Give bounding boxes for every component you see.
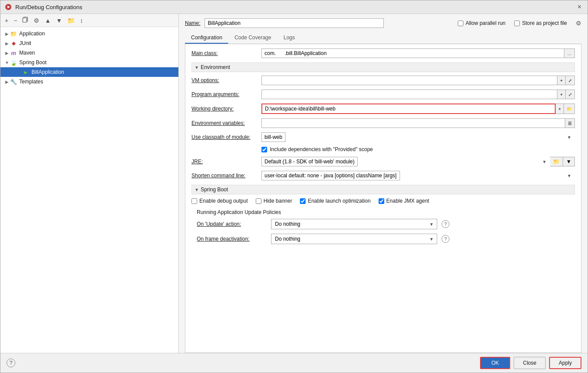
program-args-input[interactable] xyxy=(261,90,557,99)
enable-jmx-checkbox[interactable] xyxy=(379,198,384,204)
working-dir-browse-button[interactable]: 📁 xyxy=(564,104,575,114)
jre-browse-button[interactable]: 📁 xyxy=(550,157,563,166)
folder-button[interactable]: 📁 xyxy=(66,16,77,25)
name-row: Name: Allow parallel run Store as projec… xyxy=(185,18,581,28)
settings-button[interactable]: ⚙ xyxy=(32,16,41,25)
junit-icon: ◆ xyxy=(10,40,17,47)
tree-label-templates: Templates xyxy=(19,79,43,85)
title-bar-left: Run/Debug Configurations xyxy=(5,3,82,10)
ok-button[interactable]: OK xyxy=(480,357,510,369)
allow-parallel-label[interactable]: Allow parallel run xyxy=(458,20,505,26)
store-project-text: Store as project file xyxy=(522,20,567,26)
enable-launch-check[interactable]: Enable launch optimization xyxy=(300,198,370,204)
close-window-button[interactable]: × xyxy=(576,3,583,11)
jre-select-wrapper: Default (1.8 - SDK of 'bill-web' module) xyxy=(261,157,550,166)
environment-arrow: ▼ xyxy=(195,65,199,70)
update-action-help-icon[interactable]: ? xyxy=(442,220,449,228)
update-action-select[interactable]: Do nothing xyxy=(271,219,437,229)
update-action-select-wrapper: Do nothing xyxy=(271,219,437,229)
allow-parallel-text: Allow parallel run xyxy=(466,20,505,26)
apply-button[interactable]: Apply xyxy=(549,357,581,369)
shorten-cmd-select[interactable]: user-local default: none - java [options… xyxy=(261,171,400,180)
frame-deactivation-help-icon[interactable]: ? xyxy=(442,235,449,243)
tab-logs[interactable]: Logs xyxy=(277,32,301,44)
classpath-select-wrapper: bill-web xyxy=(261,132,575,142)
classpath-select[interactable]: bill-web xyxy=(261,132,285,142)
name-label: Name: xyxy=(185,20,200,26)
vm-options-expand-button[interactable]: + xyxy=(557,76,566,85)
tab-configuration[interactable]: Configuration xyxy=(185,32,228,44)
tree-item-junit[interactable]: ▶ ◆ JUnit xyxy=(0,38,178,48)
working-dir-input-group: + 📁 xyxy=(261,104,575,114)
enable-launch-checkbox[interactable] xyxy=(300,198,306,204)
program-args-expand-button[interactable]: + xyxy=(557,90,566,99)
env-vars-input[interactable] xyxy=(261,118,565,128)
vm-options-fullscreen-button[interactable]: ⤢ xyxy=(566,76,575,85)
name-checkboxes: Allow parallel run Store as project file… xyxy=(458,20,581,27)
sort-button[interactable]: ↕ xyxy=(78,16,85,25)
right-panel: Name: Allow parallel run Store as projec… xyxy=(179,14,588,353)
tree-item-templates[interactable]: ▶ 🔧 Templates xyxy=(0,77,178,86)
include-deps-row: Include dependencies with "Provided" sco… xyxy=(261,146,575,152)
tree-item-maven[interactable]: ▶ m Maven xyxy=(0,48,178,58)
add-config-button[interactable]: + xyxy=(3,16,10,25)
store-project-label[interactable]: Store as project file xyxy=(514,20,567,26)
remove-config-button[interactable]: − xyxy=(12,16,19,25)
enable-jmx-label: Enable JMX agent xyxy=(386,198,429,204)
hide-banner-checkbox[interactable] xyxy=(256,198,261,204)
maven-icon: m xyxy=(10,49,17,56)
store-project-checkbox[interactable] xyxy=(514,21,520,26)
main-class-browse-button[interactable]: ... xyxy=(564,48,575,58)
close-button[interactable]: Close xyxy=(514,357,546,369)
arrow-templates: ▶ xyxy=(4,79,10,84)
jre-label: JRE: xyxy=(191,159,261,165)
working-dir-input[interactable] xyxy=(261,104,556,114)
env-vars-expand-button[interactable]: ☰ xyxy=(565,118,575,128)
tree-label-junit: JUnit xyxy=(19,40,31,46)
allow-parallel-checkbox[interactable] xyxy=(458,21,463,26)
jre-dropdown-button[interactable]: ▼ xyxy=(563,157,575,166)
run-debug-icon xyxy=(5,3,12,10)
tree-item-application[interactable]: ▶ 📁 Application xyxy=(0,29,178,38)
store-settings-gear-button[interactable]: ⚙ xyxy=(576,20,581,27)
tree-item-billapplication[interactable]: ▶ BillApplication xyxy=(0,67,178,77)
enable-debug-checkbox[interactable] xyxy=(191,198,197,204)
copy-config-button[interactable] xyxy=(21,16,30,25)
enable-debug-check[interactable]: Enable debug output xyxy=(191,198,248,204)
jre-select[interactable]: Default (1.8 - SDK of 'bill-web' module) xyxy=(261,157,358,166)
shorten-cmd-row: Shorten command line: user-local default… xyxy=(191,171,575,180)
vm-options-input[interactable] xyxy=(261,76,557,85)
tree-label-springboot: Spring Boot xyxy=(19,59,47,66)
tree-item-springboot[interactable]: ▼ 🍃 Spring Boot xyxy=(0,58,178,67)
program-args-fullscreen-button[interactable]: ⤢ xyxy=(566,90,575,99)
frame-deactivation-select-wrapper: Do nothing xyxy=(271,234,437,244)
main-class-input[interactable] xyxy=(261,48,564,58)
update-policies-title: Running Application Update Policies xyxy=(197,209,575,215)
spring-boot-checks: Enable debug output Hide banner Enable l… xyxy=(191,198,575,204)
spring-boot-section-header[interactable]: ▼ Spring Boot xyxy=(191,185,575,194)
tab-code-coverage[interactable]: Code Coverage xyxy=(228,32,277,44)
working-dir-expand-button[interactable]: + xyxy=(556,104,564,114)
tree-label-billapplication: BillApplication xyxy=(31,69,64,75)
hide-banner-check[interactable]: Hide banner xyxy=(256,198,292,204)
main-content: + − ⚙ ▲ ▼ 📁 ↕ ▶ 📁 Application ▶ xyxy=(0,14,588,353)
tabs: Configuration Code Coverage Logs xyxy=(185,32,581,44)
run-debug-window: Run/Debug Configurations × + − ⚙ ▲ ▼ 📁 ↕ xyxy=(0,0,588,373)
enable-jmx-check[interactable]: Enable JMX agent xyxy=(379,198,429,204)
shorten-cmd-select-wrapper: user-local default: none - java [options… xyxy=(261,171,575,180)
global-help-button[interactable]: ? xyxy=(7,359,15,367)
include-deps-label[interactable]: Include dependencies with "Provided" sco… xyxy=(270,146,373,152)
spring-boot-section: ▼ Spring Boot Enable debug output Hide b… xyxy=(191,185,575,244)
environment-section-header[interactable]: ▼ Environment xyxy=(191,62,575,72)
arrow-application: ▶ xyxy=(4,31,10,36)
left-panel: + − ⚙ ▲ ▼ 📁 ↕ ▶ 📁 Application ▶ xyxy=(0,14,179,353)
name-input[interactable] xyxy=(205,18,384,28)
spring-boot-arrow: ▼ xyxy=(195,187,199,192)
include-deps-checkbox[interactable] xyxy=(261,147,267,152)
frame-deactivation-select[interactable]: Do nothing xyxy=(271,234,437,244)
move-up-button[interactable]: ▲ xyxy=(43,16,52,25)
vm-options-label: VM options: xyxy=(191,77,261,83)
move-down-button[interactable]: ▼ xyxy=(54,16,64,25)
update-policies: Running Application Update Policies On '… xyxy=(197,209,575,244)
jre-row: JRE: Default (1.8 - SDK of 'bill-web' mo… xyxy=(191,157,575,166)
